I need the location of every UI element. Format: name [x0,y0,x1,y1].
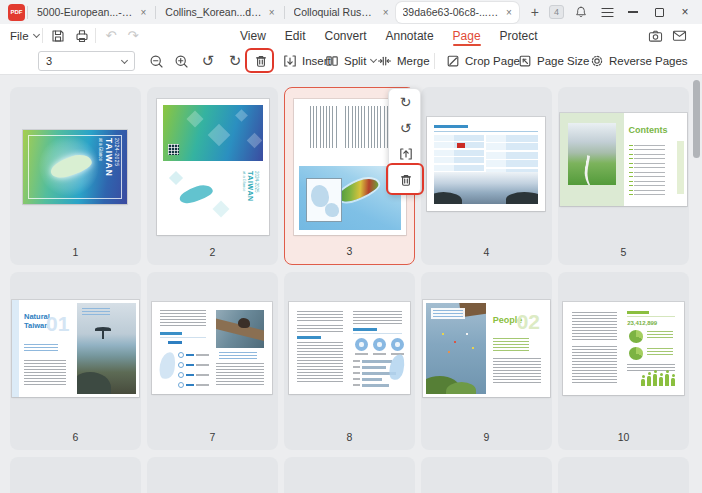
page-thumbnail-cell-8[interactable]: 8 [284,272,415,450]
crop-page-label: Crop Page [465,55,520,67]
chevron-down-icon [121,56,128,63]
maximize-icon [655,8,664,17]
cover-title-block: 2024-2025 TAIWAN at a Glance [241,171,259,202]
tab-label: Collins_Korean...ds_and_phrases [165,6,262,18]
people-icons-art [641,374,675,386]
feedback-mail-button[interactable] [668,24,690,47]
page-1-thumbnail[interactable]: 2024-2025 TAIWAN at a Glance [23,130,127,204]
split-page-icon [325,54,339,68]
tab-close-icon[interactable]: × [383,7,389,18]
notification-count-badge[interactable]: 4 [549,5,564,19]
insert-page-button[interactable]: Insert [283,49,331,73]
print-button[interactable] [71,24,93,47]
caption-lines-art [24,344,58,353]
app-logo-icon: PDF [8,4,25,21]
window-minimize-button[interactable] [624,3,642,21]
page-thumbnail-cell-11-partial[interactable] [10,457,141,493]
page-thumbnail-cell-12-partial[interactable] [147,457,278,493]
tab-document-1[interactable]: 5000-European...-Portuguese * × [30,0,153,24]
tab-label: 39da6e63-06c8-...ff58f36aa7ad * [403,6,500,18]
rotate-clockwise-button[interactable]: ↻ [389,89,422,115]
tab-document-3[interactable]: Colloquial Russian 2 × [287,0,396,24]
zoom-out-button[interactable] [144,49,168,73]
page-7-thumbnail[interactable] [152,302,272,394]
cover-year: 2024-2025 [113,138,119,177]
scrollbar-thumb[interactable] [693,80,700,158]
page-thumbnail-cell-4[interactable]: 4 [421,87,552,265]
pdf-editor-window: { "tabbar": { "logo": "PDF", "tabs": [ {… [0,0,702,493]
page-10-thumbnail[interactable]: 23,412,899 [563,302,684,395]
window-maximize-button[interactable] [650,3,668,21]
new-tab-button[interactable]: + [531,4,539,20]
page-thumbnail-cell-10[interactable]: 23,412,899 10 [558,272,689,450]
tab-divider [155,6,156,19]
zoom-in-button[interactable] [169,49,193,73]
menu-page-active[interactable]: Page [451,29,483,43]
green-strip-art [677,141,684,194]
redo-button[interactable]: ↷ [122,24,144,47]
menu-annotate[interactable]: Annotate [384,29,436,43]
rotate-left-button[interactable]: ↺ [196,49,220,73]
window-close-button[interactable]: × [676,3,694,21]
page-number-label: 10 [558,431,689,443]
qr-code-art [168,144,179,155]
page-thumbnail-cell-13-partial[interactable] [284,457,415,493]
screenshot-camera-button[interactable] [644,24,666,47]
crop-page-button[interactable]: Crop Page [446,49,520,73]
menu-bar: File ↶ ↷ View Edit Convert Annotate Page… [0,24,702,47]
rotate-counterclockwise-button[interactable]: ↺ [389,115,422,141]
coast-photo-art [77,303,136,394]
page-5-thumbnail[interactable]: Contents [560,113,687,206]
menu-protect[interactable]: Protect [498,29,540,43]
page-thumbnail-cell-5[interactable]: Contents 5 [558,87,689,265]
national-flag-art [457,143,465,148]
save-button[interactable] [47,24,69,47]
tab-close-icon[interactable]: × [140,7,146,18]
reverse-pages-button[interactable]: Reverse Pages [590,49,688,73]
undo-button[interactable]: ↶ [100,24,122,47]
delete-page-button[interactable] [249,49,273,73]
page-thumbnail-cell-1[interactable]: 2024-2025 TAIWAN at a Glance 1 [10,87,141,265]
page-thumbnail-cell-9[interactable]: People 02 9 [421,272,552,450]
page-size-button[interactable]: Page Size [518,49,589,73]
page-6-thumbnail[interactable]: Natural Taiwan 01 [12,300,139,397]
page-4-thumbnail[interactable] [427,117,545,211]
cover-banner-art [163,105,263,161]
file-menu-button[interactable]: File [10,24,39,47]
tab-close-icon[interactable]: × [506,7,512,18]
tab-close-icon[interactable]: × [269,7,275,18]
rotate-right-button[interactable]: ↻ [223,49,247,73]
page-thumbnail-cell-6[interactable]: Natural Taiwan 01 6 [10,272,141,450]
toolbar-divider [95,28,96,43]
tab-document-2[interactable]: Collins_Korean...ds_and_phrases × [158,0,281,24]
tab-document-4-active[interactable]: 39da6e63-06c8-...ff58f36aa7ad * × [396,2,519,23]
close-icon: × [682,5,689,19]
blue-heading-art [297,336,321,339]
caption-lines-art [493,338,529,351]
page-number-label: 1 [10,246,141,258]
menu-view[interactable]: View [238,29,268,43]
page-number-label: 8 [284,431,415,443]
page-8-thumbnail[interactable] [289,302,410,394]
hamburger-menu-icon[interactable] [598,3,616,21]
ribbon-menus: View Edit Convert Annotate Page Protect [238,24,540,47]
page-thumbnail-cell-14-partial[interactable] [421,457,552,493]
menu-edit[interactable]: Edit [283,29,308,43]
pie-chart-art [629,347,643,360]
page-2-thumbnail[interactable]: 2024-2025 TAIWAN at a Glance [157,99,269,235]
page-9-thumbnail[interactable]: People 02 [423,300,550,397]
page-number-input[interactable]: 3 [38,51,135,71]
page-thumbnail-cell-15-partial[interactable] [558,457,689,493]
undo-icon: ↶ [106,28,117,43]
extract-page-button[interactable] [389,141,422,167]
menu-convert[interactable]: Convert [322,29,368,43]
bell-icon[interactable] [572,3,590,21]
green-heading-art [627,311,649,314]
split-page-button[interactable]: Split [325,49,376,73]
trash-icon [399,173,413,187]
merge-page-button[interactable]: Merge [377,49,430,73]
page-thumbnail-cell-2[interactable]: 2024-2025 TAIWAN at a Glance 2 [147,87,278,265]
page-thumbnail-cell-7[interactable]: 7 [147,272,278,450]
delete-page-context-button[interactable] [389,167,422,193]
minimize-icon [628,11,638,12]
